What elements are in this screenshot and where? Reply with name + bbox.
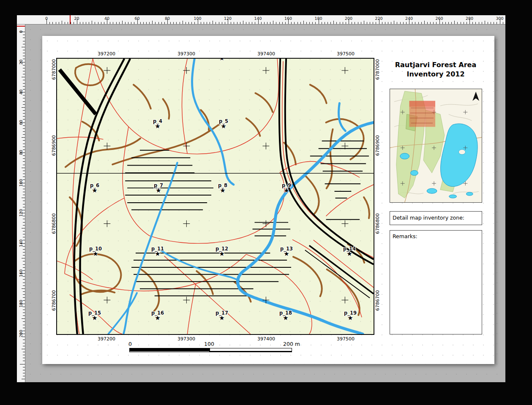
map-title-line2: Inventory 2012 — [376, 70, 495, 79]
grid-coordinate-label: 6786800 — [51, 211, 57, 236]
ruler-tick — [246, 22, 246, 24]
ruler-tick — [119, 22, 120, 24]
scale-bar[interactable]: 0 100 200 m — [129, 341, 292, 355]
ruler-tick — [23, 147, 25, 147]
ruler-tick — [503, 22, 503, 24]
sample-point-marker: p_8★ — [218, 183, 227, 194]
ruler-tick — [22, 318, 25, 319]
ruler-tick — [59, 22, 59, 24]
ruler-number: 0 — [45, 16, 48, 21]
grid-coordinate-label: 6786800 — [375, 211, 380, 236]
map-title[interactable]: Rautjarvi Forest Area Inventory 2012 — [376, 60, 495, 79]
ruler-tick — [23, 35, 25, 35]
ruler-tick — [23, 307, 25, 307]
ruler-tick — [261, 22, 262, 24]
ruler-tick — [23, 83, 25, 84]
ruler-tick — [23, 204, 25, 204]
ruler-tick — [23, 80, 25, 80]
ruler-tick — [95, 22, 95, 24]
ruler-tick — [451, 22, 452, 24]
overview-map[interactable] — [390, 89, 482, 203]
ruler-tick — [22, 379, 25, 379]
ruler-tick — [23, 158, 25, 159]
detail-zone-box[interactable]: Detail map inventory zone: — [390, 211, 482, 225]
star-marker-icon: ★ — [92, 315, 97, 321]
grid-coordinate-label: 397500 — [337, 336, 355, 342]
ruler-tick — [22, 107, 25, 108]
map-title-line1: Rautjarvi Forest Area — [376, 60, 495, 70]
ruler-number: 260 — [435, 16, 443, 21]
ruler-tick — [23, 207, 25, 207]
ruler-tick — [367, 22, 367, 24]
ruler-number: 140 — [254, 16, 262, 21]
horizontal-ruler[interactable]: 0204060801001201401601802002202402602803… — [17, 15, 505, 24]
ruler-tick — [86, 22, 86, 24]
ruler-tick — [22, 228, 25, 228]
ruler-tick — [23, 134, 25, 135]
ruler-tick — [71, 22, 71, 24]
star-marker-icon: ★ — [92, 188, 97, 194]
ruler-tick — [23, 225, 25, 226]
ruler-tick — [488, 22, 488, 24]
ruler-tick — [427, 22, 428, 24]
grid-coordinate-label: 6786900 — [51, 133, 57, 158]
ruler-number: 60 — [134, 16, 139, 21]
grid-coordinate-label: 397400 — [257, 51, 275, 57]
sample-point-marker: p_17★ — [216, 311, 228, 321]
ruler-tick — [23, 255, 25, 256]
ruler-tick — [23, 346, 25, 346]
ruler-tick — [74, 22, 74, 24]
ruler-tick — [355, 22, 355, 24]
ruler-tick — [412, 22, 412, 24]
ruler-tick — [183, 21, 183, 24]
ruler-number: 300 — [496, 16, 503, 21]
star-marker-icon: ★ — [284, 188, 289, 194]
vertical-ruler[interactable]: 020406080100120140160180200 — [17, 24, 25, 382]
ruler-tick — [89, 22, 89, 24]
sample-point-marker: p_12★ — [216, 247, 228, 257]
ruler-tick — [294, 22, 295, 24]
ruler-number: 20 — [74, 16, 79, 21]
ruler-tick — [22, 349, 25, 349]
ruler-tick — [23, 367, 25, 367]
ruler-tick — [23, 343, 25, 343]
ruler-tick — [472, 22, 473, 24]
ruler-tick — [397, 22, 397, 24]
ruler-tick — [333, 21, 334, 24]
ruler-tick — [23, 310, 25, 310]
ruler-number: 100 — [194, 16, 201, 21]
map-frame[interactable]: ★p_4★p_5★p_6★p_7★p_8★p_9★p_10★p_11★p_12★… — [56, 58, 374, 335]
star-marker-icon: ★ — [219, 251, 224, 257]
star-marker-icon: ★ — [220, 188, 225, 194]
ruler-tick — [23, 144, 25, 144]
scale-bar-label-200: 200 m — [283, 341, 300, 347]
ruler-tick — [22, 168, 25, 168]
ruler-tick — [364, 21, 364, 24]
ruler-tick — [23, 246, 25, 247]
layout-canvas: ★p_4★p_5★p_6★p_7★p_8★p_9★p_10★p_11★p_12★… — [25, 24, 505, 382]
ruler-tick — [104, 22, 104, 24]
ruler-tick — [222, 22, 222, 24]
ruler-tick — [394, 21, 394, 24]
ruler-number: 240 — [405, 16, 413, 21]
ruler-tick — [240, 22, 240, 24]
ruler-tick — [98, 22, 98, 24]
ruler-tick — [23, 358, 25, 358]
ruler-tick — [23, 41, 25, 41]
ruler-tick — [213, 21, 213, 24]
ruler-tick — [273, 21, 273, 24]
ruler-tick — [482, 22, 482, 24]
grid-coordinate-label: 397500 — [337, 51, 355, 57]
ruler-tick — [23, 264, 25, 265]
ruler-tick — [23, 355, 25, 355]
ruler-tick — [207, 22, 207, 24]
ruler-tick — [101, 22, 101, 24]
ruler-tick — [23, 95, 25, 95]
ruler-tick — [237, 22, 237, 24]
ruler-tick — [22, 288, 25, 289]
ruler-tick — [457, 22, 458, 24]
ruler-tick — [23, 186, 25, 186]
remarks-box[interactable]: Remarks: — [390, 230, 482, 334]
ruler-tick — [415, 22, 415, 24]
ruler-tick — [56, 22, 56, 24]
